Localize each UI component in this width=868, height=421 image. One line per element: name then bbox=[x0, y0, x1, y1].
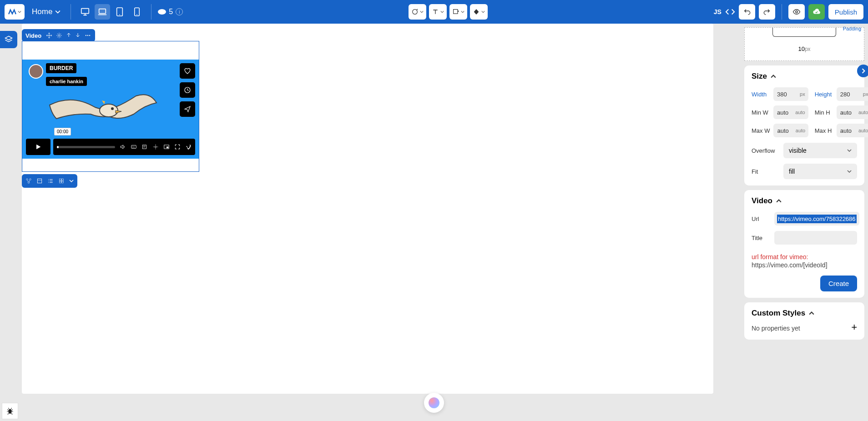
component-icon bbox=[25, 178, 32, 184]
container-tool-button[interactable] bbox=[449, 4, 467, 20]
svg-text:CC: CC bbox=[132, 146, 135, 148]
add-component-button[interactable] bbox=[25, 178, 32, 184]
credits-display[interactable]: 5 i bbox=[158, 8, 183, 16]
collapse-panel-button[interactable] bbox=[857, 65, 868, 77]
device-mobile-button[interactable] bbox=[129, 4, 145, 20]
minh-input[interactable]: auto auto bbox=[837, 105, 868, 119]
device-desktop-button[interactable] bbox=[77, 4, 93, 20]
page-selector[interactable]: Home bbox=[28, 7, 64, 16]
svg-point-30 bbox=[8, 409, 12, 414]
more-button[interactable] bbox=[84, 32, 91, 39]
vimeo-button[interactable] bbox=[185, 144, 192, 150]
chevron-up-icon bbox=[771, 74, 776, 79]
pip-button[interactable] bbox=[163, 144, 170, 150]
gear-icon bbox=[56, 32, 62, 39]
move-up-button[interactable] bbox=[66, 32, 71, 39]
center-tools bbox=[409, 4, 488, 20]
shape-tool-button[interactable] bbox=[470, 4, 488, 20]
size-section-header[interactable]: Size bbox=[752, 72, 857, 81]
height-label: Height bbox=[815, 91, 833, 98]
quickadd-more-button[interactable] bbox=[69, 179, 74, 183]
logo-icon bbox=[8, 7, 17, 16]
add-list-button[interactable] bbox=[47, 178, 54, 184]
fit-select[interactable]: fill bbox=[783, 164, 857, 179]
move-down-button[interactable] bbox=[75, 32, 81, 39]
video-player-preview: BURDER charlie hankin 00:00 bbox=[22, 60, 199, 159]
minw-input[interactable]: auto auto bbox=[773, 105, 808, 119]
preview-button[interactable] bbox=[788, 4, 805, 20]
maxh-label: Max H bbox=[815, 127, 833, 134]
maxh-input[interactable]: auto auto bbox=[837, 124, 868, 137]
chevron-right-icon bbox=[861, 68, 866, 74]
divider bbox=[71, 4, 71, 20]
logo-button[interactable] bbox=[5, 4, 25, 20]
bug-icon bbox=[6, 407, 14, 415]
text-tool-button[interactable] bbox=[429, 4, 447, 20]
add-section-button[interactable] bbox=[36, 178, 43, 184]
video-element[interactable]: BURDER charlie hankin 00:00 bbox=[22, 41, 199, 172]
video-section-header[interactable]: Video bbox=[752, 196, 857, 205]
move-icon bbox=[46, 32, 52, 39]
url-input[interactable]: https://vimeo.com/758322686 bbox=[774, 212, 859, 226]
arrow-up-icon bbox=[66, 32, 71, 38]
list-icon bbox=[47, 178, 54, 184]
fullscreen-button[interactable] bbox=[174, 144, 181, 150]
spacing-diagram[interactable]: Padding 10px bbox=[745, 28, 864, 55]
overflow-select[interactable]: visible bbox=[783, 143, 857, 158]
settings-button[interactable] bbox=[56, 32, 62, 39]
progress-bar[interactable] bbox=[57, 146, 115, 148]
maxw-input[interactable]: auto auto bbox=[773, 124, 808, 137]
svg-rect-27 bbox=[62, 179, 64, 180]
svg-rect-7 bbox=[454, 10, 458, 14]
quick-add-bar bbox=[22, 174, 77, 188]
video-title-input[interactable] bbox=[774, 231, 857, 245]
watch-later-button[interactable] bbox=[180, 82, 195, 98]
video-controls: 00:00 CC bbox=[26, 139, 195, 155]
right-tools: JS Publish bbox=[714, 4, 863, 20]
move-button[interactable] bbox=[46, 32, 52, 39]
diamond-icon bbox=[473, 8, 480, 15]
credits-count: 5 bbox=[169, 8, 173, 16]
left-panel-toggle[interactable] bbox=[0, 31, 17, 48]
width-input[interactable]: 380 px bbox=[773, 87, 808, 101]
animation-tool-button[interactable] bbox=[409, 4, 426, 20]
bug-report-button[interactable] bbox=[2, 403, 18, 419]
create-button[interactable]: Create bbox=[820, 276, 857, 291]
add-style-button[interactable]: + bbox=[851, 321, 857, 333]
device-laptop-button[interactable] bbox=[95, 4, 110, 20]
video-author-avatar bbox=[29, 64, 43, 79]
desktop-icon bbox=[80, 7, 90, 17]
canvas[interactable]: Video BURDER charlie hankin bbox=[22, 24, 713, 394]
code-button[interactable] bbox=[725, 7, 735, 17]
more-icon bbox=[84, 32, 91, 39]
margin-bottom-value[interactable]: 10px bbox=[798, 45, 810, 52]
device-tablet-button[interactable] bbox=[112, 4, 127, 20]
add-grid-button[interactable] bbox=[58, 178, 65, 184]
selection-badge: Video bbox=[22, 29, 95, 42]
transcript-button[interactable] bbox=[141, 144, 148, 150]
gear-icon bbox=[152, 144, 159, 150]
play-button[interactable] bbox=[26, 139, 50, 155]
share-button[interactable] bbox=[180, 101, 195, 117]
save-button[interactable] bbox=[808, 4, 825, 20]
laptop-icon bbox=[97, 7, 107, 17]
cc-button[interactable]: CC bbox=[131, 144, 137, 150]
redo-button[interactable] bbox=[759, 4, 775, 20]
settings-button[interactable] bbox=[152, 144, 159, 150]
undo-button[interactable] bbox=[739, 4, 755, 20]
padding-label: Padding bbox=[843, 26, 861, 31]
publish-button[interactable]: Publish bbox=[828, 4, 863, 20]
pip-icon bbox=[163, 144, 170, 150]
svg-point-10 bbox=[86, 35, 86, 36]
js-label[interactable]: JS bbox=[714, 8, 722, 15]
like-button[interactable] bbox=[180, 63, 195, 79]
heart-icon bbox=[184, 67, 191, 75]
assistant-button[interactable] bbox=[424, 393, 444, 413]
volume-button[interactable] bbox=[120, 144, 126, 150]
custom-styles-header[interactable]: Custom Styles bbox=[752, 309, 814, 318]
target-icon bbox=[411, 8, 419, 15]
height-input[interactable]: 280 px bbox=[837, 87, 868, 101]
svg-rect-25 bbox=[37, 179, 41, 183]
cc-icon: CC bbox=[131, 144, 137, 150]
info-icon[interactable]: i bbox=[176, 8, 183, 15]
